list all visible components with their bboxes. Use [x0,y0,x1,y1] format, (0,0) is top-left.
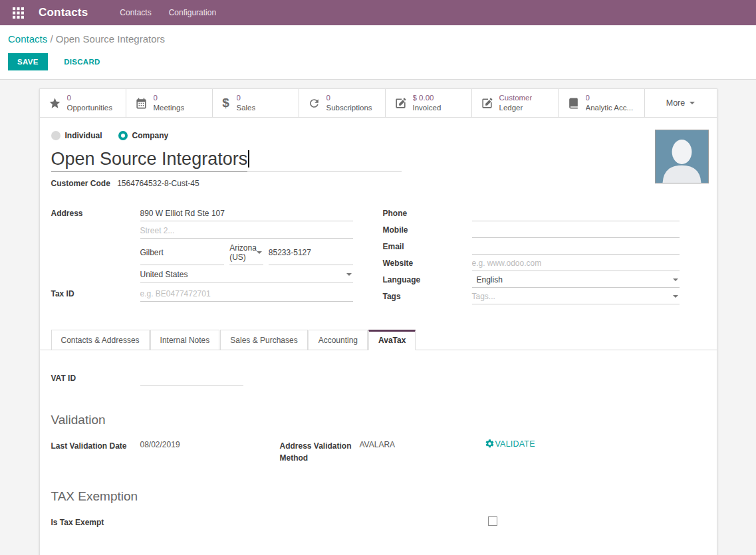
stat-label: Meetings [154,103,185,113]
country-select[interactable]: United States [140,267,353,282]
tax-exempt-row: Is Tax Exempt [51,516,705,528]
street2-input[interactable] [140,223,353,239]
stat-label: Opportunities [67,103,112,113]
radio-company[interactable]: Company [118,131,169,140]
tags-label: Tags [383,289,472,301]
email-label: Email [383,239,472,251]
breadcrumb-parent-link[interactable]: Contacts [8,33,47,45]
star-icon [49,97,61,110]
top-navbar: Contacts Contacts Configuration [0,0,756,25]
zip-input[interactable] [269,241,353,265]
tax-id-label: Tax ID [51,286,140,298]
chevron-down-icon [690,102,695,104]
language-select[interactable]: English [472,273,680,288]
discard-button[interactable]: DISCARD [60,57,104,66]
phone-input[interactable] [472,206,680,221]
radio-individual[interactable]: Individual [51,131,102,140]
stat-button-customer-ledger[interactable]: Customer Ledger [472,89,559,117]
radio-circle-checked-icon [118,131,128,140]
avatax-tab-content: VAT ID Validation Last Validation Date 0… [40,350,717,555]
menu-configuration[interactable]: Configuration [169,8,216,17]
address-validation-method-label: Address Validation Method [280,440,360,464]
is-tax-exempt-checkbox[interactable] [488,516,497,526]
tab-sales-purchases[interactable]: Sales & Purchases [220,330,307,350]
stat-label: Invoiced [413,103,441,113]
last-validation-date-value: 08/02/2019 [140,440,280,449]
street-input[interactable] [140,206,353,221]
website-input[interactable] [472,256,680,271]
form-body: Individual Company Open Source Integrato… [40,118,717,306]
breadcrumb-separator: / [50,33,53,45]
fields-grid: Address Arizona (US) [51,206,705,306]
stat-label: Sales [237,103,256,113]
radio-company-label: Company [132,131,169,140]
apps-grid-icon[interactable] [4,7,32,19]
last-validation-date-label: Last Validation Date [51,440,140,452]
left-column: Address Arizona (US) [51,206,353,306]
dollar-icon: $ [221,96,231,110]
refresh-icon [308,97,320,110]
tab-contacts-addresses[interactable]: Contacts & Addresses [51,330,150,350]
customer-code-label: Customer Code [51,179,110,188]
company-name-input[interactable]: Open Source Integrators [51,149,402,171]
edit-icon [394,97,407,110]
tags-select[interactable]: Tags... [472,289,680,304]
breadcrumb: Contacts / Open Source Integrators [8,33,748,45]
right-column: Phone Mobile Email Website [383,206,705,306]
stat-value: 0 [67,93,112,103]
form-sheet: 0 Opportunities 0 Meetings $ 0 Sales [39,88,717,555]
chevron-down-icon [673,278,678,281]
stat-button-analytic-accounts[interactable]: 0 Analytic Acc... [559,89,645,117]
stat-button-invoiced[interactable]: $ 0.00 Invoiced [386,89,472,117]
tab-avatax[interactable]: AvaTax [368,330,416,350]
stat-value: 0 [237,93,256,103]
state-value: Arizona (US) [229,243,257,262]
phone-label: Phone [383,206,472,218]
validate-button[interactable]: VALIDATE [485,439,535,449]
stat-button-sales[interactable]: $ 0 Sales [213,89,299,117]
stat-value: 0 [326,93,372,103]
stat-button-opportunities[interactable]: 0 Opportunities [40,89,126,117]
stat-button-meetings[interactable]: 0 Meetings [126,89,213,117]
main-content: 0 Opportunities 0 Meetings $ 0 Sales [0,80,756,555]
is-tax-exempt-label: Is Tax Exempt [51,516,140,528]
top-menu: Contacts Configuration [120,8,216,17]
save-button[interactable]: SAVE [8,53,48,70]
company-avatar[interactable] [655,130,709,183]
tax-id-input[interactable] [140,286,353,302]
gears-icon [485,439,495,449]
app-title[interactable]: Contacts [39,6,88,19]
email-input[interactable] [472,239,680,255]
city-input[interactable] [140,241,225,265]
stat-label: Analytic Acc... [586,103,634,113]
avatar-placeholder-image [656,130,708,183]
vat-id-input[interactable] [140,371,243,386]
address-label: Address [51,206,140,218]
radio-circle-icon [51,131,61,140]
text-cursor [248,150,249,167]
validation-row: Last Validation Date 08/02/2019 Address … [51,440,705,464]
country-value: United States [140,270,188,279]
company-type-selector: Individual Company [51,131,705,140]
tags-placeholder: Tags... [472,292,495,301]
state-select[interactable]: Arizona (US) [229,241,263,265]
stat-button-subscriptions[interactable]: 0 Subscriptions [299,89,386,117]
language-label: Language [383,273,472,284]
tab-accounting[interactable]: Accounting [309,330,368,350]
address-validation-method-value: AVALARA [360,440,459,449]
mobile-label: Mobile [383,223,472,235]
mobile-input[interactable] [472,223,680,238]
chevron-down-icon [346,273,352,276]
tab-bar: Contacts & Addresses Internal Notes Sale… [40,330,717,350]
tab-internal-notes[interactable]: Internal Notes [150,330,220,350]
menu-contacts[interactable]: Contacts [120,8,151,17]
breadcrumb-current: Open Source Integrators [56,33,165,45]
chevron-down-icon [257,251,262,254]
validation-section-title: Validation [51,413,705,427]
customer-code-row: Customer Code 1564764532-8-Cust-45 [51,179,705,188]
company-name-text: Open Source Integrators [51,149,248,171]
more-dropdown-button[interactable]: More [645,89,717,117]
stat-label: Subscriptions [326,103,372,113]
stat-value: Customer [499,93,533,103]
chevron-down-icon [673,295,678,298]
